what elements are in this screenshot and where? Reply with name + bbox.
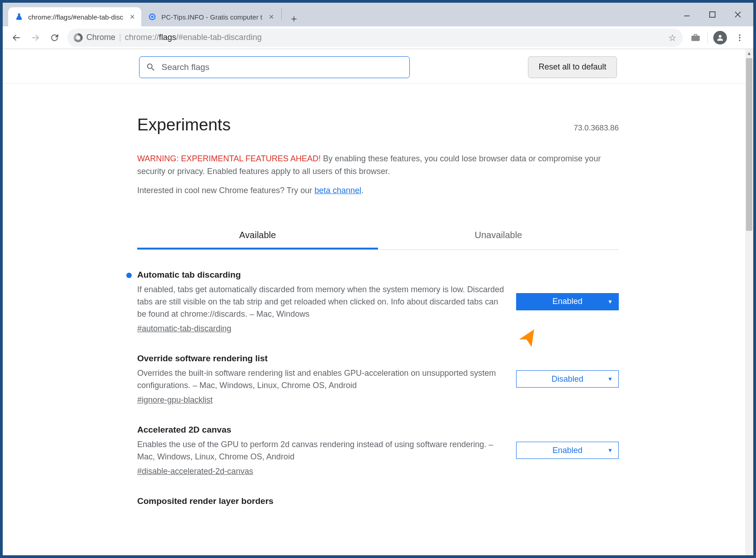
tab-title: chrome://flags/#enable-tab-disc xyxy=(28,13,123,21)
flag-description: Overrides the built-in software renderin… xyxy=(137,367,505,392)
new-tab-button[interactable]: ＋ xyxy=(286,11,302,26)
reload-button[interactable] xyxy=(45,29,64,47)
modified-dot-icon xyxy=(126,273,132,278)
page-title: Experiments xyxy=(137,115,231,135)
bookmark-star-icon[interactable]: ☆ xyxy=(668,32,676,43)
chevron-down-icon: ▼ xyxy=(607,376,613,382)
flag-text: Composited render layer borders xyxy=(137,496,619,510)
flag-item: Accelerated 2D canvasEnables the use of … xyxy=(137,405,619,476)
svg-rect-4 xyxy=(710,12,715,17)
search-input[interactable]: Search flags xyxy=(139,56,410,78)
menu-dots-icon[interactable] xyxy=(731,29,749,47)
flag-text: Automatic tab discardingIf enabled, tabs… xyxy=(137,270,505,334)
chevron-down-icon: ▼ xyxy=(607,299,613,305)
svg-point-8 xyxy=(739,37,740,38)
beta-paragraph: Interested in cool new Chrome features? … xyxy=(137,184,619,197)
flag-select-value: Enabled xyxy=(552,297,582,306)
scroll-up-icon[interactable]: ▲ xyxy=(745,49,753,57)
flag-item: Override software rendering listOverride… xyxy=(137,334,619,405)
close-icon[interactable]: × xyxy=(267,12,276,21)
svg-point-7 xyxy=(739,34,740,35)
toolbar-separator xyxy=(707,32,708,44)
profile-avatar[interactable] xyxy=(713,31,727,45)
briefcase-icon[interactable] xyxy=(686,29,705,47)
flag-text: Override software rendering listOverride… xyxy=(137,354,505,405)
url-scheme: chrome:// xyxy=(125,33,159,42)
scrollbar-thumb[interactable] xyxy=(746,58,752,231)
flag-title: Accelerated 2D canvas xyxy=(137,425,505,435)
flag-title: Composited render layer borders xyxy=(137,496,619,506)
tab-separator xyxy=(281,9,282,20)
flag-hash-link[interactable]: #ignore-gpu-blacklist xyxy=(137,395,213,405)
content: Experiments 73.0.3683.86 WARNING: EXPERI… xyxy=(137,84,619,510)
flag-text: Accelerated 2D canvasEnables the use of … xyxy=(137,425,505,476)
version-label: 73.0.3683.86 xyxy=(574,124,619,133)
window-close-button[interactable] xyxy=(725,5,751,24)
flag-select[interactable]: Disabled▼ xyxy=(516,370,619,388)
flag-description: If enabled, tabs get automatically disca… xyxy=(137,284,505,320)
tab-available[interactable]: Available xyxy=(137,223,378,249)
chevron-down-icon: ▼ xyxy=(607,447,613,453)
maximize-button[interactable] xyxy=(700,5,725,24)
warning-paragraph: WARNING: EXPERIMENTAL FEATURES AHEAD! By… xyxy=(137,153,619,178)
flag-title: Automatic tab discarding xyxy=(137,270,505,280)
tab-title: PC-Tips.INFO - Gratis computer t xyxy=(161,13,262,21)
flag-list: Automatic tab discardingIf enabled, tabs… xyxy=(137,250,619,510)
minimize-button[interactable] xyxy=(674,5,700,24)
page-viewport: ▲ Search flags Reset all to default Expe… xyxy=(3,49,753,555)
flag-hash-link[interactable]: #disable-accelerated-2d-canvas xyxy=(137,467,253,476)
back-button[interactable] xyxy=(7,29,25,47)
flag-select-value: Enabled xyxy=(552,446,582,455)
toolbar: Chrome | chrome://flags/#enable-tab-disc… xyxy=(3,26,753,49)
flag-item: Composited render layer borders xyxy=(137,476,619,510)
flag-title: Override software rendering list xyxy=(137,354,505,364)
flag-description: Enables the use of the GPU to perform 2d… xyxy=(137,438,505,463)
close-icon[interactable]: × xyxy=(128,12,137,21)
flag-tabs: Available Unavailable xyxy=(137,223,619,250)
svg-point-2 xyxy=(151,15,154,18)
chrome-icon xyxy=(74,33,83,42)
flag-hash-link[interactable]: #automatic-tab-discarding xyxy=(137,324,231,334)
url-host: flags xyxy=(159,33,176,42)
url-path: /#enable-tab-discarding xyxy=(176,33,262,42)
flag-select[interactable]: Enabled▼ xyxy=(516,293,619,310)
search-icon xyxy=(146,62,156,72)
tab-unavailable[interactable]: Unavailable xyxy=(378,223,619,249)
scrollbar[interactable]: ▲ xyxy=(745,49,753,555)
flask-icon xyxy=(15,12,24,21)
forward-button[interactable] xyxy=(26,29,45,47)
flags-toolbar: Search flags Reset all to default xyxy=(3,49,753,84)
address-bar[interactable]: Chrome | chrome://flags/#enable-tab-disc… xyxy=(67,29,683,47)
flag-select-value: Disabled xyxy=(552,374,583,384)
flag-item: Automatic tab discardingIf enabled, tabs… xyxy=(137,250,619,334)
flag-select[interactable]: Enabled▼ xyxy=(516,442,619,459)
tab-strip: chrome://flags/#enable-tab-disc × PC-Tip… xyxy=(3,3,753,26)
beta-channel-link[interactable]: beta channel xyxy=(314,186,361,195)
warning-label: WARNING: EXPERIMENTAL FEATURES AHEAD! xyxy=(137,154,321,163)
globe-icon xyxy=(148,12,157,21)
browser-tab-inactive[interactable]: PC-Tips.INFO - Gratis computer t × xyxy=(141,7,280,26)
search-placeholder: Search flags xyxy=(161,62,209,72)
chrome-label: Chrome xyxy=(86,33,115,42)
svg-point-9 xyxy=(739,40,740,41)
reset-all-button[interactable]: Reset all to default xyxy=(528,56,617,78)
browser-tab-active[interactable]: chrome://flags/#enable-tab-disc × xyxy=(8,7,141,26)
